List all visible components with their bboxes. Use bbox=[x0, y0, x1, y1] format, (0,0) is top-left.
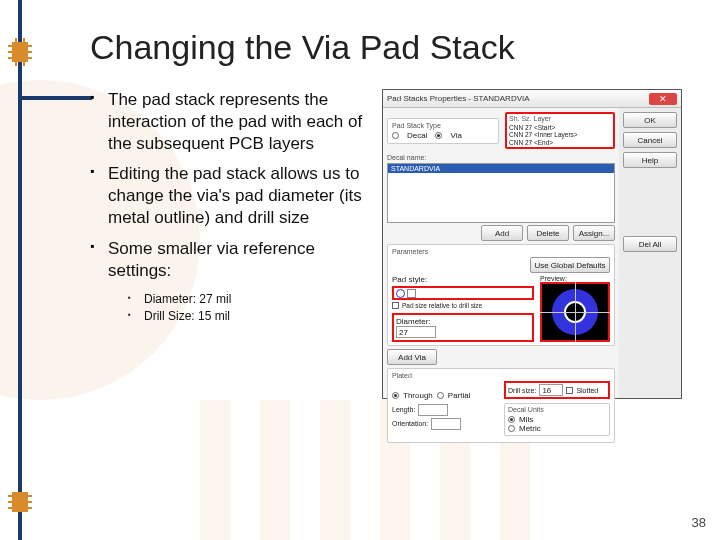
decal-label: Decal bbox=[407, 131, 427, 140]
cancel-button[interactable]: Cancel bbox=[623, 132, 677, 148]
diameter-input[interactable]: 27 bbox=[396, 326, 436, 338]
bullet-text: Some smaller via reference settings: bbox=[108, 239, 315, 280]
chip-icon bbox=[4, 480, 36, 524]
metric-radio[interactable] bbox=[508, 425, 515, 432]
bullet-item: The pad stack represents the interaction… bbox=[90, 89, 370, 155]
layer-item[interactable]: CNN 27 <End> bbox=[509, 139, 611, 146]
through-label: Through bbox=[403, 391, 433, 400]
global-defaults-button[interactable]: Use Global Defaults bbox=[530, 257, 610, 273]
decal-name-label: Decal name: bbox=[387, 154, 615, 161]
length-input[interactable] bbox=[418, 404, 448, 416]
shape-square-icon[interactable] bbox=[407, 289, 416, 298]
diameter-label: Diameter: bbox=[396, 317, 530, 326]
slide-title: Changing the Via Pad Stack bbox=[90, 28, 700, 67]
shape-round-icon[interactable] bbox=[396, 289, 405, 298]
chip-icon bbox=[4, 30, 36, 74]
dialog-titlebar: Pad Stacks Properties - STANDARDVIA ✕ bbox=[383, 90, 681, 108]
layer-item[interactable]: CNN 27 <Start> bbox=[509, 124, 611, 131]
sub-bullet: Drill Size: 15 mil bbox=[128, 309, 370, 325]
accent-line bbox=[22, 96, 92, 100]
relative-label: Pad size relative to drill size bbox=[402, 302, 482, 309]
add-button[interactable]: Add bbox=[481, 225, 523, 241]
padstyle-label: Pad style: bbox=[392, 275, 534, 284]
decal-name-list[interactable]: STANDARDVIA bbox=[387, 163, 615, 223]
padstack-dialog: Pad Stacks Properties - STANDARDVIA ✕ OK… bbox=[382, 89, 682, 399]
orientation-input[interactable] bbox=[431, 418, 461, 430]
units-label: Decal Units bbox=[508, 406, 606, 413]
drill-input[interactable]: 16 bbox=[539, 384, 563, 396]
left-rail bbox=[18, 0, 22, 540]
delete-button[interactable]: Delete bbox=[527, 225, 569, 241]
slotted-check[interactable] bbox=[566, 387, 573, 394]
metric-label: Metric bbox=[519, 424, 541, 433]
decal-radio[interactable] bbox=[392, 132, 399, 139]
assign-button[interactable]: Assign... bbox=[573, 225, 615, 241]
mils-label: Mils bbox=[519, 415, 533, 424]
slotted-label: Slotted bbox=[576, 387, 598, 394]
help-button[interactable]: Help bbox=[623, 152, 677, 168]
layer-item[interactable]: CNN 27 <Inner Layers> bbox=[509, 131, 611, 138]
preview-label: Preview: bbox=[540, 275, 610, 282]
pad-preview bbox=[540, 282, 610, 342]
parameters-label: Parameters bbox=[392, 248, 610, 255]
add-via-button[interactable]: Add Via bbox=[387, 349, 437, 365]
delete-all-button[interactable]: Del All bbox=[623, 236, 677, 252]
type-group-label: Pad Stack Type bbox=[392, 122, 494, 129]
bullet-item: Some smaller via reference settings: Dia… bbox=[90, 238, 370, 325]
dialog-title: Pad Stacks Properties - STANDARDVIA bbox=[387, 94, 530, 103]
svg-rect-11 bbox=[12, 492, 28, 512]
sub-bullet: Diameter: 27 mil bbox=[128, 292, 370, 308]
decal-name-value[interactable]: STANDARDVIA bbox=[388, 164, 614, 173]
layers-group-label: Sh. Sz. Layer bbox=[509, 115, 611, 122]
bullet-item: Editing the pad stack allows us to chang… bbox=[90, 163, 370, 229]
mils-radio[interactable] bbox=[508, 416, 515, 423]
through-radio[interactable] bbox=[392, 392, 399, 399]
relative-check[interactable] bbox=[392, 302, 399, 309]
partial-radio[interactable] bbox=[437, 392, 444, 399]
length-label: Length: bbox=[392, 406, 415, 413]
via-radio[interactable] bbox=[435, 132, 442, 139]
page-number: 38 bbox=[692, 515, 706, 530]
via-label: Via bbox=[450, 131, 461, 140]
plated-label: Plated bbox=[392, 372, 610, 379]
ok-button[interactable]: OK bbox=[623, 112, 677, 128]
partial-label: Partial bbox=[448, 391, 471, 400]
svg-rect-0 bbox=[12, 42, 28, 62]
drill-label: Drill size: bbox=[508, 387, 536, 394]
bullet-list: The pad stack represents the interaction… bbox=[90, 89, 370, 333]
orientation-label: Orientation: bbox=[392, 420, 428, 427]
close-icon[interactable]: ✕ bbox=[649, 93, 677, 105]
